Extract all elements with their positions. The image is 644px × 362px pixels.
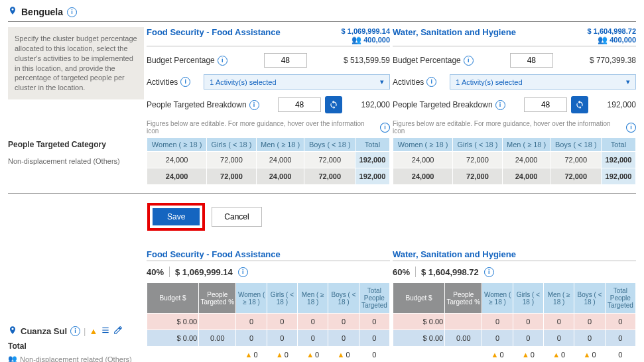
info-icon[interactable]: i (67, 7, 77, 17)
info-icon[interactable]: i (426, 77, 436, 87)
activities-dropdown[interactable]: 1 Activity(s) selected▾ (450, 74, 636, 90)
cluster-total-people: 400,000 (363, 36, 390, 44)
cluster-panel-food: Food Security - Food Assistance $ 1,069,… (147, 27, 390, 185)
col-budget: Budget $ (147, 283, 199, 314)
cluster-title: Food Security - Food Assistance (147, 249, 390, 261)
summary-table: Budget $ People Targeted % Women ( ≥ 18 … (147, 282, 390, 362)
table-row: 24,000 72,000 24,000 72,000 192,000 (147, 152, 390, 168)
sync-button[interactable] (325, 96, 342, 113)
col-girls: Girls ( < 18 ) (267, 283, 297, 314)
warning-icon: ▲ (491, 351, 499, 359)
chevron-down-icon: ▾ (380, 78, 384, 86)
info-icon[interactable]: i (70, 326, 80, 336)
chevron-down-icon: ▾ (626, 78, 630, 86)
ptb-pct-input[interactable] (278, 97, 321, 112)
alloc-budget: $ 770,399.38 (590, 56, 636, 65)
col-girls: Girls ( < 18 ) (453, 138, 503, 152)
warning-icon: ▲ (552, 351, 560, 359)
ptb-value: 192,000 (361, 100, 390, 109)
list-icon[interactable] (101, 326, 110, 337)
table-row: $ 0.00 0 0 0 0 0 (393, 314, 636, 330)
info-icon[interactable]: i (380, 123, 390, 133)
save-button[interactable]: Save (153, 208, 200, 225)
save-highlight: Save (147, 203, 205, 231)
pin-icon (8, 325, 17, 337)
edit-icon[interactable] (113, 326, 123, 337)
location2-name: Cuanza Sul (21, 326, 67, 336)
warning-icon: ▲ (276, 351, 283, 359)
breakdown-table: Women ( ≥ 18 ) Girls ( < 18 ) Men ( ≥ 18… (147, 137, 390, 185)
cluster-amount: $ 1,604,998.72 (421, 267, 479, 277)
budget-pct-input[interactable] (510, 53, 553, 68)
info-icon[interactable]: i (626, 123, 636, 133)
cluster-amount: $ 1,069,999.14 (175, 267, 233, 277)
col-total: Total (355, 138, 389, 152)
cluster-pct: 40% (147, 267, 164, 277)
table-row: 24,000 72,000 24,000 72,000 192,000 (393, 168, 636, 185)
col-women: Women ( ≥ 18 ) (236, 283, 267, 314)
warning-icon: ▲ (306, 351, 314, 359)
hint-text: Figures below are editable. For more gui… (147, 120, 377, 135)
cluster-pct: 60% (393, 267, 410, 277)
table-row: $ 0.00 0.00 0 0 0 0 0 (147, 330, 390, 347)
col-total: Total People Targeted (359, 283, 389, 314)
col-budget: Budget $ (393, 283, 445, 314)
col-men: Men ( ≥ 18 ) (544, 283, 574, 314)
budget-pct-input[interactable] (264, 53, 307, 68)
cluster-panel-wash: Water, Sanitation and Hygiene $ 1,604,99… (393, 27, 636, 185)
ptb-label: People Targeted Breakdown (147, 100, 247, 109)
cluster-total-people: 400,000 (610, 36, 636, 44)
col-boys: Boys ( < 18 ) (304, 138, 355, 152)
warning-icon: ▲ (522, 351, 529, 359)
location-header: Benguela i (8, 5, 636, 22)
col-girls: Girls ( < 18 ) (207, 138, 257, 152)
info-icon[interactable]: i (464, 56, 474, 66)
people-icon: 👥 (352, 35, 361, 44)
info-icon[interactable]: i (238, 267, 248, 277)
help-text: Specify the cluster budget percentage al… (8, 27, 144, 99)
activities-dropdown[interactable]: 1 Activity(s) selected▾ (204, 74, 390, 90)
col-boys: Boys ( < 18 ) (550, 138, 601, 152)
info-icon[interactable]: i (249, 100, 259, 110)
col-pt: People Targeted % (445, 283, 482, 314)
activities-label: Activities (393, 78, 424, 87)
cluster-total-budget: $ 1,604,998.72 (588, 27, 636, 35)
people-icon: 👥 (598, 35, 608, 44)
cluster-total-budget: $ 1,069,999.14 (342, 27, 390, 35)
col-boys: Boys ( < 18 ) (328, 283, 359, 314)
col-pt: People Targeted % (199, 283, 236, 314)
cluster-title: Food Security - Food Assistance (147, 27, 281, 37)
ptb-label: People Targeted Breakdown (393, 100, 493, 109)
col-men: Men ( ≥ 18 ) (298, 283, 328, 314)
total-label: Total (8, 341, 144, 351)
cluster-summary-food: Food Security - Food Assistance 40% $ 1,… (147, 249, 390, 362)
col-women: Women ( ≥ 18 ) (147, 138, 207, 152)
col-girls: Girls ( < 18 ) (513, 283, 543, 314)
sync-button[interactable] (571, 96, 588, 113)
alloc-budget: $ 513,599.59 (344, 56, 390, 65)
ptb-pct-input[interactable] (524, 97, 567, 112)
table-row: 24,000 72,000 24,000 72,000 192,000 (393, 152, 636, 168)
table-row: $ 0.00 0.00 0 0 0 0 0 (393, 330, 636, 347)
table-row: $ 0.00 0 0 0 0 0 (147, 314, 390, 330)
pin-icon (8, 5, 17, 19)
col-men: Men ( ≥ 18 ) (256, 138, 304, 152)
warning-icon: ▲ (338, 351, 345, 359)
info-icon[interactable]: i (495, 100, 505, 110)
info-icon[interactable]: i (484, 267, 494, 277)
col-total: Total People Targeted (605, 283, 635, 314)
hint-text: Figures below are editable. For more gui… (393, 120, 623, 135)
breakdown-table: Women ( ≥ 18 ) Girls ( < 18 ) Men ( ≥ 18… (393, 137, 636, 185)
location2-header: Cuanza Sul i | ▲ (8, 325, 144, 337)
info-icon[interactable]: i (218, 56, 227, 66)
cluster-title: Water, Sanitation and Hygiene (393, 27, 516, 37)
location-name: Benguela (21, 7, 63, 17)
table-row: ▲0 ▲0 ▲0 ▲0 0 (393, 347, 636, 363)
warning-icon: ▲ (245, 351, 253, 359)
category-row: Non-displacement related (Others) (20, 355, 132, 363)
cancel-button[interactable]: Cancel (212, 207, 261, 227)
info-icon[interactable]: i (180, 77, 190, 87)
cluster-summary-wash: Water, Sanitation and Hygiene 60% $ 1,60… (393, 249, 636, 362)
col-women: Women ( ≥ 18 ) (393, 138, 453, 152)
col-boys: Boys ( < 18 ) (574, 283, 605, 314)
